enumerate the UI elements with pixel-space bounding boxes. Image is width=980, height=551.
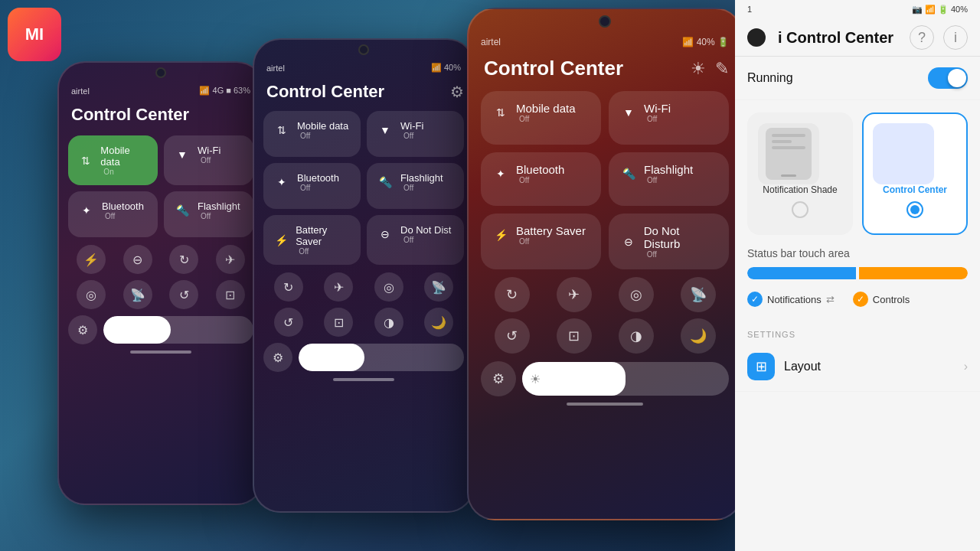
phone3-sync-icon[interactable]: ↻: [495, 277, 530, 312]
phone2-dnd-tile[interactable]: ⊖ Do Not Dist Off: [367, 215, 464, 265]
controls-check: ✓ Controls: [853, 292, 910, 307]
phone3-bluetooth-tile[interactable]: ✦ Bluetooth Off: [481, 152, 601, 206]
phone3-contrast-icon[interactable]: ◑: [619, 318, 654, 354]
phone3-location-icon[interactable]: ◎: [619, 277, 654, 312]
phone3-settings-icon[interactable]: ⚙: [481, 361, 516, 396]
phone2-title: Control Center: [263, 82, 384, 102]
running-toggle[interactable]: [928, 67, 968, 89]
phone1-wifi-label: Wi-Fi: [198, 145, 220, 156]
phone2-dnd-icon: ⊖: [376, 225, 394, 243]
phone3-edit-icon[interactable]: ✎: [715, 59, 729, 79]
info-icon[interactable]: i: [943, 25, 968, 50]
phone1-bluetooth-tile[interactable]: ✦ Bluetooth Off: [68, 191, 158, 237]
location-icon[interactable]: ◎: [77, 280, 106, 309]
phone3-flashlight-tile[interactable]: 🔦 Flashlight Off: [609, 152, 729, 206]
phone3-battery-tile[interactable]: ⚡ Battery Saver Off: [481, 214, 601, 269]
phone3-mobile-data-label: Mobile data: [516, 102, 576, 115]
phone2-bluetooth-label: Bluetooth: [297, 172, 339, 184]
phone2-brightness-slider[interactable]: [299, 344, 464, 371]
phone2-bluetooth-status: Off: [300, 184, 339, 192]
phone1-mobile-data-label: Mobile data: [100, 145, 149, 168]
phone3-wifi-status: Off: [647, 115, 671, 123]
phone3-brightness-icon2[interactable]: ☀: [691, 59, 706, 79]
phone3-mobile-data-tile[interactable]: ⇅ Mobile data Off: [481, 91, 601, 145]
refresh-icon[interactable]: ↺: [169, 280, 198, 309]
phone3-dnd-tile[interactable]: ⊖ Do Not Disturb Off: [609, 214, 729, 269]
phone3-rotate-icon[interactable]: ↺: [495, 318, 530, 354]
phone3-hotspot-icon[interactable]: 📡: [681, 277, 716, 312]
settings-status-left: 1: [747, 5, 752, 15]
phone2-flashlight-tile[interactable]: 🔦 Flashlight Off: [367, 163, 464, 209]
phone1-content: Control Center ⇅ Mobile data On ▼ Wi-Fi: [59, 99, 263, 363]
phone3-moon-icon[interactable]: 🌙: [681, 318, 716, 354]
cc-radio[interactable]: [906, 201, 923, 218]
phone1-flashlight-tile[interactable]: 🔦 Flashlight Off: [164, 191, 253, 237]
phone1-wifi-tile[interactable]: ▼ Wi-Fi Off: [164, 135, 253, 185]
phone2-wifi-status: Off: [403, 132, 423, 140]
phone1-flashlight-label: Flashlight: [198, 201, 240, 212]
notif-shade-screen: [766, 128, 812, 180]
bluetooth-icon: ✦: [77, 201, 96, 220]
layout-nav-label: Layout: [784, 360, 955, 373]
phone3-brightness-slider[interactable]: ☀: [522, 362, 729, 396]
phone3-wifi-icon: ▼: [619, 103, 638, 122]
help-icon[interactable]: ?: [910, 25, 934, 50]
phone2-mobile-data-tile[interactable]: ⇅ Mobile data Off: [263, 111, 361, 157]
phone2-cast-icon[interactable]: ⊡: [324, 308, 353, 337]
airplane-icon[interactable]: ✈: [216, 245, 245, 274]
control-center-card[interactable]: Control Center: [862, 112, 968, 235]
phone1-mobile-data-status: On: [103, 168, 149, 176]
settings-icon[interactable]: ⚙: [68, 315, 97, 344]
phone2-mobile-data-icon: ⇅: [273, 121, 291, 139]
phone2-hotspot-icon[interactable]: 📡: [424, 272, 453, 302]
dnd-icon[interactable]: ⊖: [123, 245, 152, 274]
phone2-sync-icon[interactable]: ↻: [274, 272, 303, 302]
phone2-dnd-status: Off: [403, 236, 451, 244]
phone2-moon-icon[interactable]: 🌙: [424, 308, 453, 337]
battery-icon[interactable]: ⚡: [77, 245, 106, 274]
phone2-settings-icon2[interactable]: ⚙: [263, 343, 292, 372]
cast-icon[interactable]: ⊡: [216, 280, 245, 309]
phone2-flashlight-icon: 🔦: [376, 173, 394, 191]
phone2-bluetooth-tile[interactable]: ✦ Bluetooth Off: [263, 163, 361, 209]
phone3-wifi-tile[interactable]: ▼ Wi-Fi Off: [609, 91, 729, 145]
hotspot-icon[interactable]: 📡: [123, 280, 152, 309]
layout-nav-row[interactable]: ⊞ Layout ›: [735, 342, 980, 392]
phone2-settings-icon[interactable]: ⚙: [450, 83, 464, 101]
phone2-battery-tile[interactable]: ⚡ Battery Saver Off: [263, 215, 361, 265]
notifications-check: ✓ Notifications ⇄: [747, 292, 835, 307]
phone3-cast-icon[interactable]: ⊡: [557, 318, 592, 354]
phone3-tiles-grid: ⇅ Mobile data Off ▼ Wi-Fi Off: [481, 91, 729, 269]
phone2-dnd-label: Do Not Dist: [400, 224, 451, 236]
phone1-carrier: airtel: [71, 86, 90, 96]
phone2-location-icon[interactable]: ◎: [374, 272, 403, 302]
phone2-wifi-tile[interactable]: ▼ Wi-Fi Off: [367, 111, 464, 157]
phone3-signal: 📶 40% 🔋: [682, 37, 729, 47]
layout-chevron-icon: ›: [964, 360, 968, 373]
notif-line-3: [772, 146, 805, 149]
mobile-data-icon: ⇅: [77, 152, 94, 170]
phone-frame-2: airtel 📶 40% Control Center ⚙ ⇅ Mobile d…: [253, 38, 475, 513]
phone2-battery-status: Off: [299, 247, 351, 256]
phone-frame-1: airtel 📶 4G ■ 63% Control Center ⇅ Mobil…: [57, 61, 264, 505]
phone2-airplane-icon[interactable]: ✈: [324, 272, 353, 302]
phone2-contrast-icon[interactable]: ◑: [374, 308, 403, 337]
phone1-tiles-grid: ⇅ Mobile data On ▼ Wi-Fi Off: [68, 135, 253, 237]
phone3-dnd-label: Do Not Disturb: [644, 224, 718, 250]
settings-title: i Control Center: [778, 29, 900, 47]
phone1-home-bar: [130, 350, 191, 354]
notif-shade-radio[interactable]: [792, 201, 808, 218]
miui-logo: MI: [8, 8, 61, 61]
phone1-brightness-row: ⚙: [68, 315, 253, 344]
phone2-rotate-icon[interactable]: ↺: [274, 308, 303, 337]
phone3-battery-status: Off: [519, 237, 586, 246]
phone3-airplane-icon[interactable]: ✈: [557, 277, 592, 312]
notification-shade-card[interactable]: Notification Shade: [747, 112, 853, 235]
sync-icon[interactable]: ↻: [169, 245, 198, 274]
settings-status-bar: 1 📷 📶 🔋 40%: [735, 0, 980, 19]
settings-panel: 1 📷 📶 🔋 40% i Control Center ? i Running: [735, 0, 980, 551]
phone1-mobile-data-tile[interactable]: ⇅ Mobile data On: [68, 135, 158, 185]
settings-camera: [747, 28, 766, 47]
brightness-slider[interactable]: [103, 316, 253, 344]
phone3-flashlight-status: Off: [647, 176, 693, 184]
